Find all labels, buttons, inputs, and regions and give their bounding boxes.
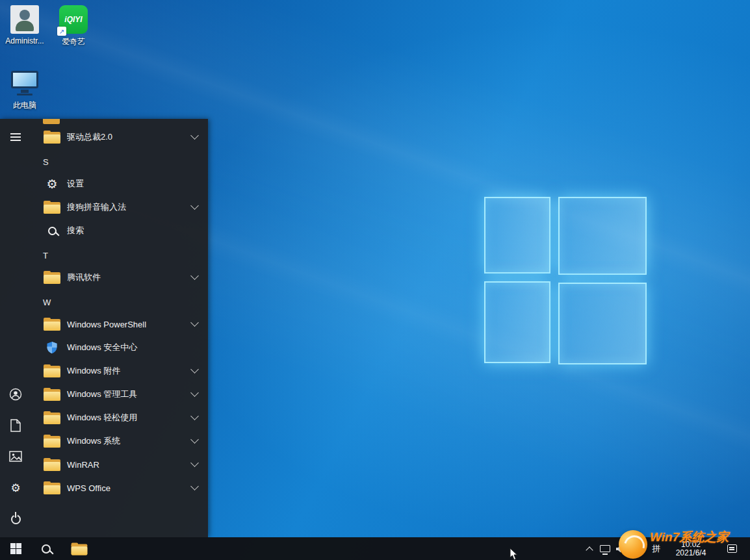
desktop-icon-label: Administr... (0, 36, 49, 45)
windows-desktop: Administr... iQIYI ↗ 爱奇艺 此电脑 (0, 0, 750, 560)
picture-icon (9, 451, 22, 463)
folder-icon (44, 435, 60, 448)
folder-icon (44, 481, 60, 494)
desktop-icon-administrator[interactable]: Administr... (0, 5, 49, 45)
display-icon (600, 545, 610, 552)
folder-icon (44, 411, 60, 424)
start-menu-item[interactable]: 搜索 (35, 219, 203, 242)
chevron-down-icon[interactable] (190, 412, 199, 420)
file-explorer-icon (71, 542, 88, 555)
file-explorer-button[interactable] (64, 537, 95, 560)
rail-menu-button[interactable] (0, 121, 31, 153)
rail-documents-button[interactable] (0, 410, 31, 441)
logo-pane (558, 283, 647, 364)
windows-logo-icon (10, 543, 21, 554)
section-letter[interactable]: S (43, 150, 64, 173)
start-menu-item[interactable]: Windows 安全中心 (35, 336, 203, 359)
start-menu-item-label: Windows 系统 (67, 435, 192, 447)
start-menu: ⚙ 驱动总裁2.0 S ⚙ 设置 搜狗拼音输入法 (0, 119, 208, 537)
chevron-down-icon[interactable] (190, 365, 199, 374)
notification-icon (727, 544, 737, 553)
start-menu-item[interactable]: 腾讯软件 (35, 266, 203, 289)
chevron-down-icon[interactable] (190, 131, 199, 140)
desktop-icon-this-pc[interactable]: 此电脑 (0, 69, 49, 111)
search-icon (48, 227, 57, 235)
power-icon (11, 515, 21, 524)
gear-icon: ⚙ (10, 483, 20, 494)
notification-center-button[interactable] (719, 537, 745, 560)
desktop-icon-iqiyi[interactable]: iQIYI ↗ 爱奇艺 (49, 5, 98, 47)
folder-icon (44, 271, 60, 284)
folder-icon (44, 388, 60, 401)
tray-expand-button[interactable] (582, 537, 597, 560)
rail-settings-button[interactable]: ⚙ (0, 472, 31, 503)
tray-volume-button[interactable] (613, 537, 628, 560)
user-icon (9, 388, 22, 401)
windows-logo-wallpaper (484, 197, 648, 366)
start-menu-item-label: Windows PowerShell (67, 320, 192, 329)
document-icon (10, 419, 21, 432)
rail-pictures-button[interactable] (0, 441, 31, 472)
start-menu-item[interactable]: Windows 管理工具 (35, 383, 203, 406)
chevron-down-icon[interactable] (190, 272, 199, 280)
speaker-icon (615, 544, 626, 554)
clock[interactable]: 10:02 2021/6/4 (667, 537, 714, 560)
start-menu-item[interactable]: 驱动总裁2.0 (35, 125, 203, 149)
start-menu-item[interactable]: Windows 系统 (35, 429, 203, 453)
start-menu-item[interactable]: Windows 轻松使用 (35, 406, 203, 429)
logo-pane (558, 197, 647, 275)
start-menu-item-label: Windows 附件 (67, 365, 192, 377)
start-menu-item[interactable]: ⚙ 设置 (35, 172, 203, 196)
user-account-icon (10, 5, 39, 34)
start-menu-item-label: 设置 (67, 178, 198, 190)
start-menu-rail: ⚙ (0, 119, 31, 537)
start-menu-item[interactable]: WinRAR (35, 453, 203, 476)
tray-display-button[interactable] (597, 537, 613, 560)
start-menu-item-label: 搜索 (67, 225, 198, 236)
start-menu-item-label: 驱动总裁2.0 (67, 131, 192, 143)
folder-icon (44, 458, 60, 471)
section-letter[interactable]: W (43, 290, 64, 314)
start-menu-item-label: 腾讯软件 (67, 272, 192, 283)
start-menu-item-label: Windows 安全中心 (67, 342, 198, 353)
start-menu-item-label: Windows 管理工具 (67, 388, 192, 400)
iqiyi-logo-text: iQIYI (64, 15, 82, 24)
time-text: 10:02 (681, 541, 701, 549)
start-menu-item[interactable]: Windows 附件 (35, 359, 203, 383)
chevron-down-icon[interactable] (190, 459, 199, 467)
shield-icon (46, 341, 58, 354)
chevron-down-icon[interactable] (190, 388, 199, 397)
desktop-icon-label: 爱奇艺 (49, 36, 98, 47)
start-menu-item[interactable]: WPS Office (35, 476, 203, 500)
ime-indicator[interactable]: 拼 (645, 537, 667, 560)
mouse-cursor (510, 548, 519, 560)
rail-power-button[interactable] (0, 503, 31, 535)
logo-pane (484, 197, 550, 274)
iqiyi-icon: iQIYI ↗ (59, 5, 88, 34)
taskbar-search-button[interactable] (31, 537, 61, 560)
chevron-up-icon (586, 546, 593, 554)
search-icon (42, 544, 51, 554)
chevron-down-icon[interactable] (190, 201, 199, 210)
chevron-down-icon[interactable] (190, 482, 199, 490)
start-menu-item-label: WPS Office (67, 483, 192, 493)
start-button[interactable] (0, 537, 31, 560)
start-menu-item-label: Windows 轻松使用 (67, 412, 192, 424)
start-menu-item-label: 搜狗拼音输入法 (67, 201, 192, 213)
start-menu-item[interactable]: Windows PowerShell (35, 312, 203, 336)
logo-pane (484, 281, 550, 363)
rail-user-button[interactable] (0, 379, 31, 410)
shortcut-arrow-icon: ↗ (57, 27, 66, 36)
chevron-down-icon[interactable] (190, 318, 199, 327)
taskbar: 拼 10:02 2021/6/4 (0, 537, 750, 560)
chevron-down-icon[interactable] (190, 435, 199, 444)
gear-icon: ⚙ (46, 178, 57, 190)
folder-icon (44, 318, 60, 331)
folder-icon (44, 131, 60, 144)
section-letter[interactable]: T (43, 244, 64, 267)
start-menu-item[interactable]: 搜狗拼音输入法 (35, 196, 203, 219)
hamburger-icon (10, 133, 21, 141)
computer-icon (10, 69, 39, 97)
start-menu-item-label: WinRAR (67, 460, 192, 470)
date-text: 2021/6/4 (676, 549, 706, 557)
